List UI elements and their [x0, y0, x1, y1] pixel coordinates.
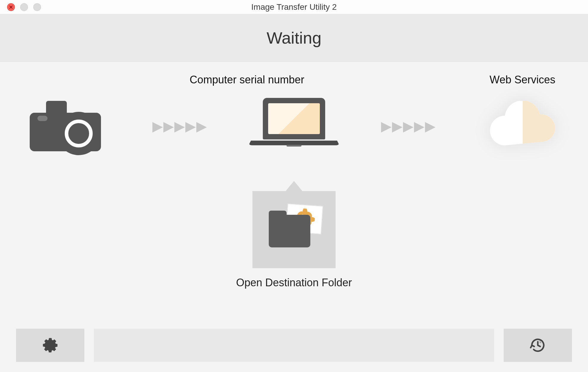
- history-button[interactable]: L: [504, 329, 572, 362]
- computer-label: Computer serial number: [144, 74, 350, 86]
- labels-row: Computer serial number Web Services: [21, 74, 567, 86]
- folder-photo-icon: [269, 209, 319, 250]
- camera-icon: [30, 101, 101, 151]
- status-area: [94, 329, 494, 362]
- computer-node: [249, 98, 339, 154]
- cloud-node: [478, 101, 567, 151]
- main-area: Computer serial number Web Services ▶▶▶▶…: [0, 62, 588, 289]
- window-title: Image Transfer Utility 2: [0, 2, 588, 12]
- camera-node: [21, 101, 110, 151]
- laptop-icon: [251, 98, 337, 154]
- cloud-icon: [484, 101, 561, 151]
- status-band: Waiting: [0, 14, 588, 62]
- titlebar: Image Transfer Utility 2: [0, 0, 588, 14]
- destination-section: Open Destination Folder: [21, 181, 567, 289]
- svg-text:L: L: [540, 340, 542, 344]
- open-destination-folder-button[interactable]: [252, 191, 336, 268]
- svg-rect-0: [523, 101, 561, 151]
- gear-icon: [41, 336, 60, 355]
- bottom-bar: L: [0, 329, 588, 362]
- transfer-arrows-left: ▶▶▶▶▶: [152, 118, 207, 134]
- history-icon: L: [528, 336, 547, 355]
- flow-row: ▶▶▶▶▶ ▶▶▶▶▶: [21, 98, 567, 154]
- status-text: Waiting: [267, 28, 322, 47]
- transfer-arrows-right: ▶▶▶▶▶: [381, 118, 436, 134]
- open-destination-folder-label: Open Destination Folder: [236, 276, 352, 289]
- web-services-label: Web Services: [350, 74, 567, 86]
- callout-arrow-icon: [286, 181, 302, 191]
- settings-button[interactable]: [16, 329, 84, 362]
